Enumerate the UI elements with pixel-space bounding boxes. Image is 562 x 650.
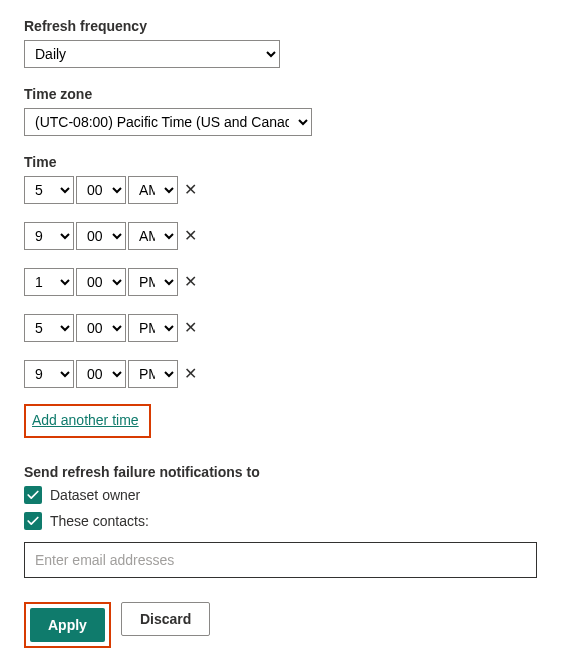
timezone-select[interactable]: (UTC-08:00) Pacific Time (US and Canada) — [24, 108, 312, 136]
timezone-section: Time zone (UTC-08:00) Pacific Time (US a… — [24, 86, 538, 136]
notifications-section: Send refresh failure notifications to Da… — [24, 464, 538, 578]
time-minute-select[interactable]: 00 — [76, 176, 126, 204]
apply-button[interactable]: Apply — [30, 608, 105, 642]
time-minute-select[interactable]: 00 — [76, 268, 126, 296]
apply-highlight: Apply — [24, 602, 111, 648]
remove-time-button[interactable]: ✕ — [180, 182, 201, 198]
time-ampm-select[interactable]: AM — [128, 176, 178, 204]
action-buttons: Apply Discard — [24, 602, 538, 648]
add-time-highlight: Add another time — [24, 404, 151, 438]
checkmark-icon — [26, 514, 40, 528]
notifications-label: Send refresh failure notifications to — [24, 464, 538, 480]
time-hour-select[interactable]: 9 — [24, 360, 74, 388]
time-ampm-select[interactable]: AM — [128, 222, 178, 250]
close-icon: ✕ — [184, 273, 197, 290]
remove-time-button[interactable]: ✕ — [180, 366, 201, 382]
add-another-time-link[interactable]: Add another time — [32, 412, 139, 428]
time-label: Time — [24, 154, 538, 170]
time-minute-select[interactable]: 00 — [76, 314, 126, 342]
discard-button[interactable]: Discard — [121, 602, 210, 636]
timezone-label: Time zone — [24, 86, 538, 102]
remove-time-button[interactable]: ✕ — [180, 228, 201, 244]
time-row: 5 00 PM ✕ — [24, 314, 538, 342]
close-icon: ✕ — [184, 181, 197, 198]
refresh-frequency-label: Refresh frequency — [24, 18, 538, 34]
time-minute-select[interactable]: 00 — [76, 222, 126, 250]
time-row: 5 00 AM ✕ — [24, 176, 538, 204]
contacts-checkbox[interactable] — [24, 512, 42, 530]
time-ampm-select[interactable]: PM — [128, 268, 178, 296]
remove-time-button[interactable]: ✕ — [180, 320, 201, 336]
time-hour-select[interactable]: 5 — [24, 314, 74, 342]
email-addresses-input[interactable] — [24, 542, 537, 578]
refresh-frequency-select[interactable]: Daily — [24, 40, 280, 68]
close-icon: ✕ — [184, 227, 197, 244]
time-row: 9 00 PM ✕ — [24, 360, 538, 388]
dataset-owner-label: Dataset owner — [50, 487, 140, 503]
refresh-frequency-section: Refresh frequency Daily — [24, 18, 538, 68]
time-row: 1 00 PM ✕ — [24, 268, 538, 296]
remove-time-button[interactable]: ✕ — [180, 274, 201, 290]
time-minute-select[interactable]: 00 — [76, 360, 126, 388]
contacts-row: These contacts: — [24, 512, 538, 530]
time-hour-select[interactable]: 9 — [24, 222, 74, 250]
dataset-owner-checkbox[interactable] — [24, 486, 42, 504]
time-row: 9 00 AM ✕ — [24, 222, 538, 250]
dataset-owner-row: Dataset owner — [24, 486, 538, 504]
contacts-label: These contacts: — [50, 513, 149, 529]
time-hour-select[interactable]: 1 — [24, 268, 74, 296]
time-hour-select[interactable]: 5 — [24, 176, 74, 204]
close-icon: ✕ — [184, 365, 197, 382]
time-section: Time 5 00 AM ✕ 9 00 AM ✕ 1 00 PM ✕ 5 00 … — [24, 154, 538, 438]
time-ampm-select[interactable]: PM — [128, 314, 178, 342]
close-icon: ✕ — [184, 319, 197, 336]
time-ampm-select[interactable]: PM — [128, 360, 178, 388]
checkmark-icon — [26, 488, 40, 502]
